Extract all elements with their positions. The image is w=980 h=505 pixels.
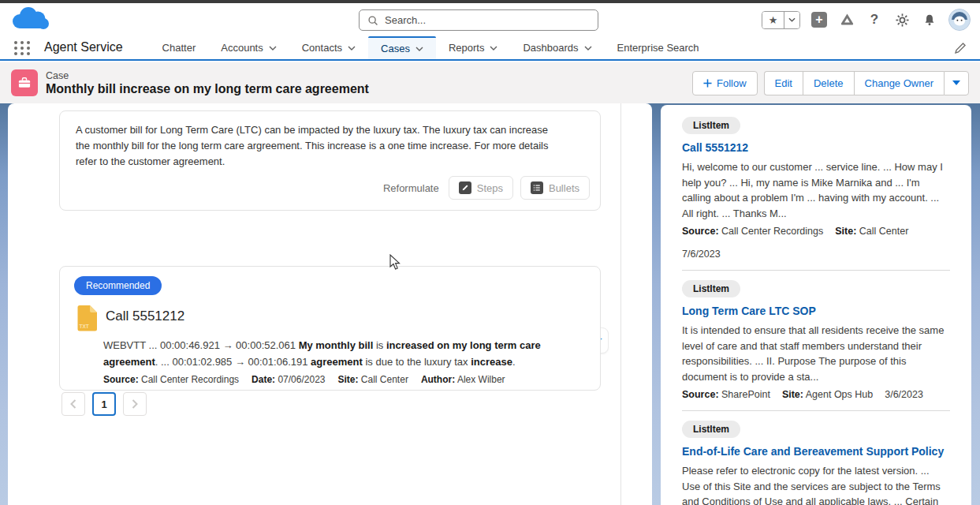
- meta-pair: Site: Agent Ops Hub: [782, 389, 873, 400]
- txt-file-icon: TXT: [76, 305, 99, 331]
- sidebar-result-snippet: Hi, welcome to our customer ... service …: [682, 159, 950, 221]
- tab-enterprise-search[interactable]: Enterprise Search: [605, 36, 712, 59]
- reformulate-label: Reformulate: [383, 182, 439, 194]
- search-icon: [367, 15, 378, 26]
- divider: [682, 410, 950, 411]
- previous-page-button[interactable]: [61, 392, 85, 416]
- listitem-badge: ListItem: [682, 117, 740, 134]
- result-meta: Source: Call Center RecordingsDate: 07/0…: [103, 374, 505, 385]
- edit-button[interactable]: Edit: [764, 71, 803, 95]
- change-owner-button[interactable]: Change Owner: [854, 71, 944, 95]
- app-name[interactable]: Agent Service: [44, 40, 123, 59]
- header-utility-icons: ★ + ?: [762, 3, 971, 36]
- salesforce-logo-icon: [9, 6, 50, 32]
- tab-accounts[interactable]: Accounts: [208, 36, 289, 59]
- chevron-down-icon: [584, 46, 592, 50]
- meta-pair: Author: Alex Wilber: [421, 374, 505, 385]
- record-actions: Follow Edit Delete Change Owner: [692, 71, 969, 95]
- sidebar-result-title[interactable]: Long Term Care LTC SOP: [682, 305, 950, 317]
- help-icon[interactable]: ?: [866, 11, 883, 28]
- search-placeholder: Search...: [385, 14, 426, 26]
- answer-summary-card: A customer bill for Long Term Care (LTC)…: [59, 110, 601, 211]
- guidance-center-icon[interactable]: [838, 11, 855, 28]
- case-briefcase-icon: [11, 69, 38, 96]
- tab-label: Cases: [381, 43, 410, 54]
- listitem-badge: ListItem: [682, 421, 740, 438]
- mouse-cursor: [389, 254, 401, 271]
- app-window: Search... ★ + ? Age: [0, 0, 980, 505]
- meta-pair: Source: Call Center Recordings: [103, 374, 239, 385]
- sidebar-result-meta: Source: SharePointSite: Agent Ops Hub3/6…: [682, 389, 950, 400]
- search-result-card: Recommended TXT Call 5551212 WEBVTT ... …: [59, 266, 601, 391]
- meta-date: 3/6/2023: [885, 389, 923, 400]
- list-item[interactable]: ListItem Call 5551212 Hi, welcome to our…: [682, 117, 950, 271]
- meta-pair: Site: Call Center: [835, 226, 908, 237]
- divider: [682, 270, 950, 271]
- caret-down-icon: [952, 80, 960, 85]
- next-page-button[interactable]: [123, 392, 147, 416]
- result-title[interactable]: Call 5551212: [106, 309, 184, 324]
- edit-nav-pencil-icon[interactable]: [953, 41, 967, 55]
- sidebar-list: ListItem Call 5551212 Hi, welcome to our…: [682, 117, 950, 505]
- main-panel: A customer bill for Long Term Care (LTC)…: [8, 103, 652, 505]
- meta-date: 7/6/2023: [682, 249, 721, 260]
- page-1-button[interactable]: 1: [92, 392, 116, 416]
- sidebar-result-title[interactable]: Call 5551212: [682, 141, 950, 154]
- sidebar-result-meta: Source: Call Center RecordingsSite: Call…: [682, 226, 950, 260]
- favorites-star-icon[interactable]: ★: [762, 12, 784, 28]
- answer-summary-text: A customer bill for Long Term Care (LTC)…: [60, 111, 580, 170]
- tab-dashboards[interactable]: Dashboards: [510, 36, 604, 59]
- steps-button[interactable]: Steps: [449, 176, 513, 200]
- tab-label: Contacts: [302, 42, 342, 54]
- follow-button[interactable]: Follow: [692, 71, 758, 95]
- nav-tabs: ChatterAccountsContactsCasesReportsDashb…: [150, 36, 712, 59]
- global-actions-plus-icon[interactable]: +: [810, 11, 828, 28]
- setup-gear-icon[interactable]: [893, 11, 911, 28]
- notifications-bell-icon[interactable]: [921, 11, 938, 28]
- meta-pair: Source: SharePoint: [682, 389, 770, 400]
- panel-divider: [620, 103, 621, 505]
- meta-pair: Source: Call Center Recordings: [682, 226, 823, 237]
- app-nav-bar: Agent Service ChatterAccountsContactsCas…: [0, 36, 980, 61]
- steps-icon: [459, 181, 471, 194]
- list-item[interactable]: ListItem Long Term Care LTC SOP It is in…: [682, 280, 950, 411]
- tab-cases[interactable]: Cases: [368, 36, 436, 59]
- pagination: 1: [61, 392, 147, 416]
- global-search-input[interactable]: Search...: [359, 9, 598, 31]
- global-header: Search... ★ + ?: [0, 3, 980, 36]
- sidebar-result-title[interactable]: End-of-Life Care and Bereavement Support…: [682, 445, 950, 458]
- bullets-button[interactable]: Bullets: [520, 176, 590, 200]
- tab-label: Enterprise Search: [617, 42, 699, 54]
- svg-text:TXT: TXT: [80, 324, 89, 329]
- favorites-caret-icon[interactable]: [784, 12, 799, 28]
- chevron-down-icon: [490, 46, 497, 50]
- favorites-button-group: ★: [762, 11, 800, 29]
- chevron-down-icon: [348, 46, 356, 50]
- tab-reports[interactable]: Reports: [436, 36, 511, 59]
- work-area: A customer bill for Long Term Care (LTC)…: [0, 103, 980, 505]
- tab-label: Chatter: [162, 42, 196, 54]
- related-results-sidebar: ListItem Call 5551212 Hi, welcome to our…: [661, 105, 971, 505]
- user-avatar[interactable]: [948, 9, 971, 31]
- chevron-left-icon: [70, 399, 76, 409]
- plus-icon: [703, 79, 712, 88]
- bullets-icon: [531, 181, 543, 194]
- sidebar-result-snippet: It is intended to ensure that all reside…: [682, 323, 950, 384]
- tab-contacts[interactable]: Contacts: [289, 36, 368, 59]
- tab-label: Dashboards: [523, 42, 578, 54]
- summary-actions: Reformulate Steps Bullets: [383, 176, 590, 200]
- app-launcher-icon[interactable]: [13, 39, 32, 58]
- delete-button[interactable]: Delete: [803, 71, 854, 95]
- tab-label: Accounts: [221, 42, 263, 54]
- list-item[interactable]: ListItem End-of-Life Care and Bereavemen…: [682, 421, 950, 505]
- chevron-right-icon: [132, 399, 138, 409]
- tab-chatter[interactable]: Chatter: [150, 36, 209, 59]
- chevron-down-icon: [415, 47, 423, 51]
- tab-label: Reports: [449, 42, 485, 54]
- record-title: Monthly bill increase on my long term ca…: [46, 82, 369, 96]
- meta-pair: Date: 07/06/2023: [252, 374, 325, 385]
- listitem-badge: ListItem: [682, 280, 740, 297]
- meta-pair: Site: Call Center: [338, 374, 408, 385]
- recommended-badge: Recommended: [74, 276, 162, 295]
- more-actions-caret-button[interactable]: [944, 71, 969, 95]
